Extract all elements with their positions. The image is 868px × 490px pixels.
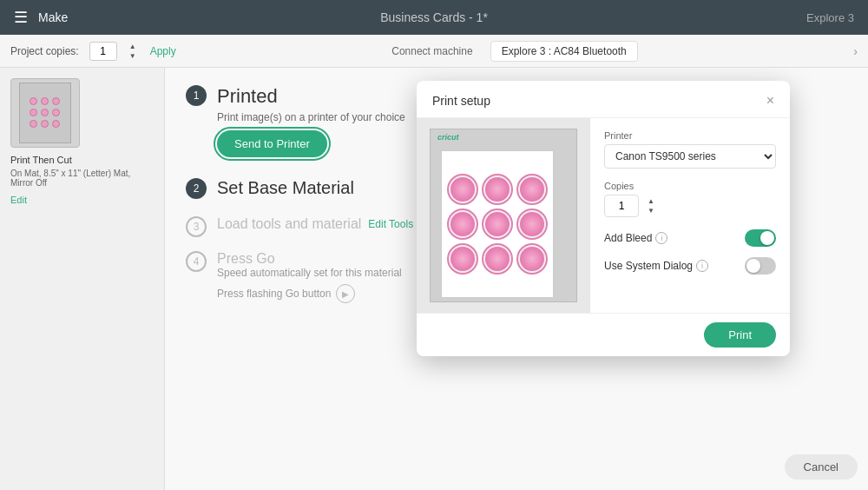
preview-item-inner — [485, 247, 510, 271]
mat-dot — [41, 109, 49, 116]
modal-footer: Print — [417, 313, 790, 356]
page-title: Business Cards - 1* — [380, 10, 488, 24]
copies-setting-row: Copies ▲ ▼ — [604, 181, 776, 217]
preview-item-inner — [520, 247, 544, 271]
sub-header: Project copies: ▲ ▼ Apply Connect machin… — [0, 35, 868, 68]
preview-item — [482, 209, 513, 240]
print-setup-modal: Print setup × cricut — [417, 81, 790, 356]
modal-copies-up[interactable]: ▲ — [648, 196, 654, 206]
modal-close-button[interactable]: × — [766, 93, 774, 109]
preview-item — [516, 174, 548, 205]
system-dialog-toggle-knob — [746, 259, 760, 273]
system-dialog-info-icon[interactable]: i — [696, 260, 708, 272]
mat-dot — [41, 120, 49, 128]
mat-dot — [30, 120, 37, 128]
explore-label: Explore 3 — [806, 11, 854, 24]
mat-dot — [52, 97, 60, 105]
bleed-label: Add Bleed — [604, 232, 652, 244]
print-button[interactable]: Print — [704, 322, 776, 348]
system-dialog-label-group: Use System Dialog i — [604, 260, 708, 272]
mat-preview-inner — [19, 83, 71, 143]
project-copies-input[interactable] — [89, 42, 117, 61]
preview-grid — [447, 174, 548, 275]
mat-dot — [30, 109, 37, 116]
apply-button[interactable]: Apply — [150, 45, 176, 57]
preview-item — [516, 209, 548, 240]
copies-row: ▲ ▼ — [604, 195, 776, 217]
bleed-info-icon[interactable]: i — [655, 232, 667, 244]
preview-item-inner — [485, 177, 510, 202]
preview-item-inner — [485, 212, 510, 236]
preview-item — [516, 243, 548, 275]
preview-item-inner — [520, 177, 544, 202]
mat-dot — [41, 97, 49, 105]
bleed-toggle-knob — [760, 231, 774, 245]
main-layout: Print Then Cut On Mat, 8.5" x 11" (Lette… — [0, 68, 868, 490]
modal-copies-down[interactable]: ▼ — [648, 206, 654, 215]
preview-item — [482, 243, 513, 275]
print-preview-panel: cricut — [417, 118, 590, 313]
mat-dots — [30, 97, 61, 129]
printer-select[interactable]: Canon TS9500 series — [604, 144, 776, 169]
copies-down-icon[interactable]: ▼ — [129, 51, 136, 61]
preview-paper — [441, 150, 554, 298]
preview-paper-container — [441, 150, 554, 298]
preview-item-inner — [450, 247, 475, 271]
chevron-right-icon: › — [853, 44, 858, 58]
copies-up-icon[interactable]: ▲ — [129, 42, 136, 51]
modal-header: Print setup × — [417, 81, 790, 118]
cricut-logo: cricut — [437, 133, 459, 142]
preview-item-inner — [450, 177, 475, 202]
modal-title: Print setup — [432, 94, 490, 108]
copies-setting-label: Copies — [604, 181, 776, 191]
preview-item — [447, 174, 478, 205]
modal-overlay: Print setup × cricut — [165, 68, 868, 490]
mat-description: On Mat, 8.5" x 11" (Letter) Mat, Mirror … — [10, 169, 154, 188]
mat-dot — [30, 97, 37, 105]
preview-item — [447, 243, 478, 275]
bleed-label-group: Add Bleed i — [604, 232, 667, 244]
preview-mat: cricut — [430, 129, 577, 302]
machine-badge: Explore 3 : AC84 Bluetooth — [490, 41, 638, 62]
sidebar: Print Then Cut On Mat, 8.5" x 11" (Lette… — [0, 68, 165, 490]
modal-body: cricut — [417, 118, 790, 313]
menu-icon[interactable]: ☰ — [14, 8, 28, 27]
modal-copies-stepper[interactable]: ▲ ▼ — [648, 196, 654, 215]
brand-label: Make — [38, 10, 68, 24]
content-area: 1 Printed Print image(s) on a printer of… — [165, 68, 868, 490]
print-settings-panel: Printer Canon TS9500 series Copies ▲ — [590, 118, 790, 313]
mat-dot — [52, 109, 60, 116]
bleed-toggle-row: Add Bleed i — [604, 229, 776, 247]
system-dialog-label: Use System Dialog — [604, 260, 693, 272]
app-header: ☰ Make Business Cards - 1* Explore 3 — [0, 0, 868, 35]
printer-setting-row: Printer Canon TS9500 series — [604, 130, 776, 169]
bleed-toggle[interactable] — [745, 229, 776, 247]
printer-label: Printer — [604, 130, 776, 141]
preview-item-inner — [450, 212, 475, 236]
system-dialog-toggle[interactable] — [745, 257, 776, 275]
copies-label: Project copies: — [10, 45, 79, 57]
system-dialog-toggle-row: Use System Dialog i — [604, 257, 776, 275]
sidebar-edit-link[interactable]: Edit — [10, 195, 27, 205]
mat-dot — [52, 120, 60, 128]
preview-item-inner — [520, 212, 544, 236]
preview-item — [447, 209, 478, 240]
mat-label: Print Then Cut — [10, 155, 154, 165]
copies-stepper[interactable]: ▲ ▼ — [129, 42, 136, 61]
modal-copies-input[interactable] — [604, 195, 639, 217]
mat-preview — [10, 78, 80, 148]
connect-machine-button[interactable]: Connect machine — [391, 45, 472, 57]
preview-item — [482, 174, 513, 205]
